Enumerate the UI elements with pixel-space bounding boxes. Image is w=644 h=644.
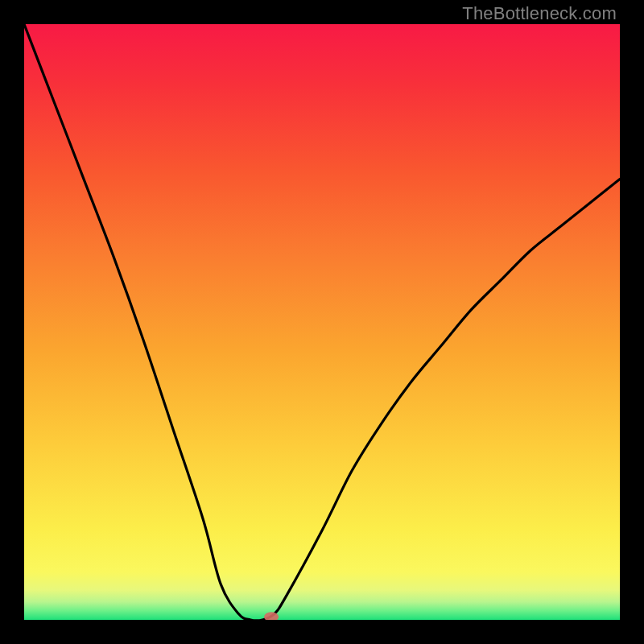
watermark-text: TheBottleneck.com [462,3,617,24]
chart-frame: TheBottleneck.com [0,0,644,644]
plot-area [24,24,620,620]
chart-svg [24,24,620,620]
